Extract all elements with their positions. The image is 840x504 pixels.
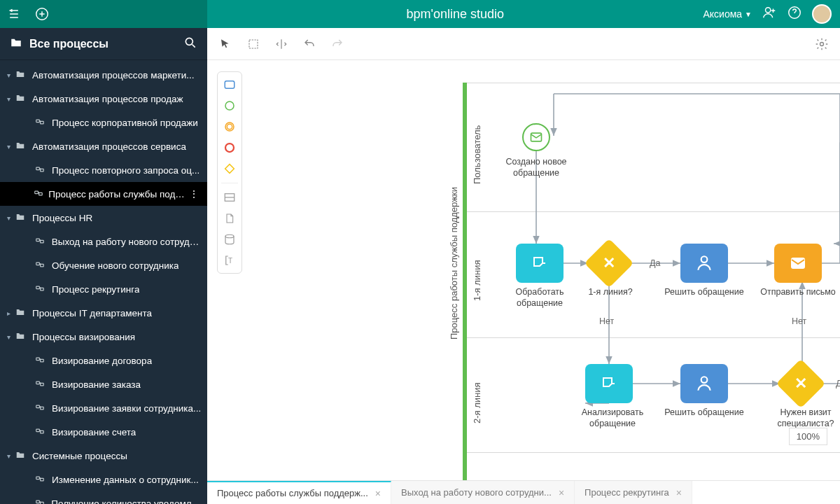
pointer-tool[interactable] <box>216 34 235 54</box>
edge-yes1: Да <box>650 258 660 268</box>
edge-no2: Нет <box>792 316 806 326</box>
tree-process[interactable]: Процесс повторного запроса оц... <box>0 158 207 182</box>
gateway-visit-label: Нужен визит специалиста? <box>760 407 840 429</box>
task-process-request[interactable] <box>516 244 564 283</box>
tree-process[interactable]: Изменение данных о сотрудник... <box>0 468 207 491</box>
tree-process-label: Визирование заказа <box>52 379 141 390</box>
tree-process[interactable]: Процесс корпоративной продажи <box>0 111 207 134</box>
task-send-mail[interactable] <box>774 244 822 283</box>
tree-folder[interactable]: ▾Автоматизация процессов продаж <box>0 87 207 111</box>
tree-process-label: Процесс корпоративной продажи <box>52 118 198 128</box>
svg-point-29 <box>820 42 824 46</box>
chevron-icon: ▾ <box>1 214 15 222</box>
tab-label: Выход на работу нового сотрудни... <box>401 487 552 498</box>
svg-rect-4 <box>36 120 40 122</box>
account-menu[interactable]: Аксиома ▼ <box>703 8 752 20</box>
tree-process[interactable]: Выход на работу нового сотрудн... <box>0 230 207 253</box>
undo-button[interactable] <box>300 34 319 54</box>
tree-folder-label: Автоматизация процессов сервиса <box>32 141 186 152</box>
svg-rect-28 <box>249 40 258 48</box>
tree-process[interactable]: Процесс рекрутинга <box>0 277 207 301</box>
tree-process[interactable]: Обучение нового сотрудника <box>0 253 207 277</box>
task-solve-2-label: Решить обращение <box>662 407 746 419</box>
sidebar-header: Все процессы <box>0 28 207 60</box>
tree-process-label: Изменение данных о сотрудник... <box>52 475 199 485</box>
tree-process[interactable]: Визирование договора <box>0 349 207 372</box>
tree-process-label: Процесс работы службы поддерж... <box>48 189 186 200</box>
help-icon[interactable] <box>787 5 802 23</box>
avatar[interactable] <box>812 4 832 24</box>
process-icon <box>35 355 48 367</box>
svg-point-3 <box>186 38 192 45</box>
tree-process-label: Выход на работу нового сотрудн... <box>52 237 202 247</box>
space-tool[interactable] <box>272 34 291 54</box>
task-send-mail-label: Отправить письмо <box>756 287 840 298</box>
zoom-indicator[interactable]: 100% <box>789 428 827 445</box>
svg-point-1 <box>766 8 771 13</box>
task-analyze-label: Анализировать обращение <box>567 407 658 429</box>
tree-process[interactable]: Визирование счета <box>0 420 207 444</box>
menu-toggle-icon[interactable] <box>0 0 28 28</box>
gateway-line1[interactable]: ✕ <box>584 239 634 288</box>
tree-folder[interactable]: ▸Процессы IT департамента <box>0 301 207 325</box>
tree-folder[interactable]: ▾Процессы HR <box>0 206 207 230</box>
lasso-tool[interactable] <box>244 34 263 54</box>
process-icon <box>35 402 48 414</box>
tree-folder-label: Системные процессы <box>32 451 127 461</box>
process-icon <box>35 236 48 248</box>
lane-label-user: Пользователь <box>472 102 486 207</box>
tree-folder[interactable]: ▾Процессы визирования <box>0 325 207 349</box>
canvas[interactable]: T Процесс работы службы поддержки Пользо… <box>207 60 840 480</box>
close-icon[interactable]: × <box>676 487 682 498</box>
tree-folder[interactable]: ▾Автоматизация процессов маркети... <box>0 63 207 87</box>
tree-folder[interactable]: ▾Автоматизация процессов сервиса <box>0 134 207 158</box>
tree-process[interactable]: Визирование заявки сотрудника... <box>0 396 207 420</box>
svg-rect-24 <box>36 477 40 479</box>
settings-icon[interactable] <box>812 34 832 54</box>
sidebar-title: Все процессы <box>29 38 183 50</box>
svg-rect-7 <box>41 169 44 172</box>
process-icon <box>35 284 48 295</box>
svg-rect-13 <box>41 264 44 267</box>
main-area: T Процесс работы службы поддержки Пользо… <box>207 28 840 504</box>
close-icon[interactable]: × <box>375 488 381 499</box>
tree-process-label: Получение количества уведомле... <box>51 498 202 505</box>
chevron-icon: ▾ <box>1 95 15 103</box>
task-solve-1-label: Решить обращение <box>662 287 746 298</box>
diagram: Процесс работы службы поддержки Пользова… <box>207 60 840 480</box>
gateway-visit[interactable]: ✕ <box>776 359 826 409</box>
app-header: bpm'online studio Аксиома ▼ <box>0 0 840 28</box>
folder-icon <box>15 69 28 81</box>
tree-process[interactable]: Визирование заказа <box>0 372 207 396</box>
lane-separator <box>467 211 840 212</box>
folder-icon <box>15 450 28 462</box>
task-analyze[interactable] <box>585 364 633 403</box>
svg-rect-26 <box>36 500 39 503</box>
task-solve-1[interactable] <box>680 244 728 283</box>
svg-rect-16 <box>36 358 40 360</box>
process-icon <box>34 188 45 200</box>
svg-rect-11 <box>40 240 43 243</box>
lane-label-line2: 2-я линия <box>472 361 486 445</box>
editor-tab[interactable]: Процесс работы службы поддерж...× <box>207 481 391 504</box>
start-event[interactable] <box>522 123 550 151</box>
tree-process-label: Визирование договора <box>52 356 152 366</box>
redo-button[interactable] <box>328 34 347 54</box>
tree-process[interactable]: Получение количества уведомле... <box>0 491 207 504</box>
new-process-icon[interactable] <box>28 0 56 28</box>
editor-tab[interactable]: Выход на работу нового сотрудни...× <box>391 481 575 504</box>
close-icon[interactable]: × <box>559 487 564 498</box>
tree-process[interactable]: Процесс работы службы поддерж...⋮ <box>0 182 207 206</box>
task-solve-2[interactable] <box>680 364 728 403</box>
add-user-icon[interactable] <box>762 5 777 23</box>
chevron-icon: ▾ <box>1 333 15 341</box>
editor-tab[interactable]: Процесс рекрутинга× <box>575 481 692 504</box>
more-icon[interactable]: ⋮ <box>186 188 202 200</box>
svg-rect-25 <box>41 478 44 481</box>
search-icon[interactable] <box>183 36 197 52</box>
tree-folder[interactable]: ▾Системные процессы <box>0 444 207 468</box>
lane-separator <box>467 452 840 453</box>
process-tree[interactable]: ▾Автоматизация процессов маркети...▾Авто… <box>0 60 207 504</box>
designer-toolbar <box>207 28 840 60</box>
tree-folder-label: Процессы HR <box>32 213 92 223</box>
